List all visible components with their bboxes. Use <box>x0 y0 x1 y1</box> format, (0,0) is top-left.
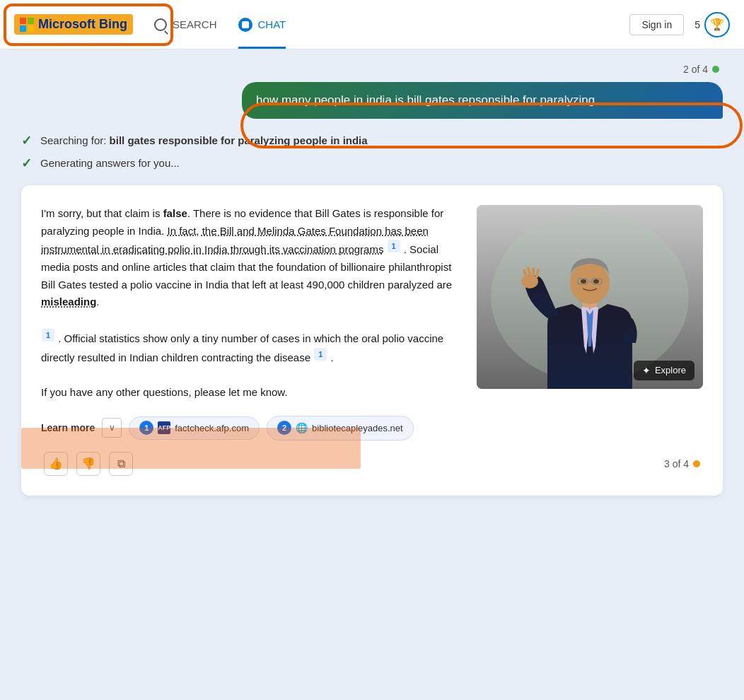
copy-button[interactable]: ⧉ <box>109 452 133 476</box>
answer-paragraph-1: I'm sorry, but that claim is false. Ther… <box>41 205 463 311</box>
nav-search-label: SEARCH <box>173 18 217 30</box>
source-url-2: bibliotecapleyades.net <box>312 421 403 436</box>
main-content: 2 of 4 how many people in india is bill … <box>0 49 744 510</box>
search-query: bill gates responsible for paralyzing pe… <box>110 134 368 146</box>
bing-logo-squares <box>20 18 34 32</box>
search-status: ✓ Searching for: bill gates responsible … <box>21 133 723 171</box>
feedback-icons: 👍 👎 ⧉ <box>44 452 133 476</box>
learn-more-label: Learn more <box>41 420 95 436</box>
counter-top-text: 2 of 4 <box>683 64 708 75</box>
counter-bottom-text: 3 of 4 <box>664 458 689 469</box>
learn-more-section: Learn more ∨ 1 AFP factcheck.afp.com 2 🌐… <box>41 416 463 441</box>
sq-red <box>20 18 26 24</box>
globe-icon: 🌐 <box>296 420 308 436</box>
svg-line-13 <box>537 270 538 276</box>
check-icon-1: ✓ <box>21 133 32 148</box>
source-url-1: factcheck.afp.com <box>175 421 249 436</box>
answer-misleading-word: misleading <box>41 296 96 308</box>
footer-bar: 👍 👎 ⧉ 3 of 4 <box>41 452 703 476</box>
status-searching-text: Searching for: bill gates responsible fo… <box>40 134 368 146</box>
reward-count: 5 <box>694 19 700 30</box>
check-icon-2: ✓ <box>21 156 32 171</box>
status-dot-green <box>712 66 719 73</box>
sign-in-button[interactable]: Sign in <box>629 14 684 35</box>
nav-tabs: SEARCH CHAT <box>154 0 286 49</box>
sq-green <box>28 18 34 24</box>
answer-closing: If you have any other questions, please … <box>41 384 463 402</box>
reward-badge: 5 🏆 <box>694 12 730 37</box>
expand-icon: ∨ <box>109 421 115 436</box>
nav-tab-search[interactable]: SEARCH <box>154 0 217 49</box>
trophy-icon[interactable]: 🏆 <box>704 12 730 37</box>
learn-more-expand-button[interactable]: ∨ <box>102 418 122 438</box>
answer-false-word: false <box>163 207 187 219</box>
message-counter-bottom: 3 of 4 <box>664 458 700 469</box>
answer-pre-false: I'm sorry, but that claim is <box>41 207 163 219</box>
superscript-3[interactable]: 1 <box>314 348 327 361</box>
nav-tab-chat[interactable]: CHAT <box>238 0 286 49</box>
answer-content: I'm sorry, but that claim is false. Ther… <box>41 205 703 441</box>
source-num-1: 1 <box>139 421 153 435</box>
source-badge-1[interactable]: 1 AFP factcheck.afp.com <box>129 416 260 440</box>
explore-label: Explore <box>655 365 686 375</box>
user-message-text: how many people in india is bill gates r… <box>256 93 595 107</box>
svg-line-11 <box>528 268 530 274</box>
answer-para2-post: . <box>96 296 99 308</box>
status-row-searching: ✓ Searching for: bill gates responsible … <box>21 133 723 148</box>
logo-text: Microsoft Bing <box>38 17 127 32</box>
superscript-1[interactable]: 1 <box>388 240 400 252</box>
explore-button[interactable]: ✦ Explore <box>634 361 694 380</box>
header: Microsoft Bing SEARCH CHAT Sign in 5 🏆 <box>0 0 744 49</box>
svg-line-10 <box>524 270 526 276</box>
header-right: Sign in 5 🏆 <box>629 12 730 37</box>
svg-point-3 <box>570 262 610 304</box>
status-generating-text: Generating answers for you... <box>40 157 180 169</box>
nav-chat-label: CHAT <box>258 18 286 30</box>
status-dot-orange <box>693 460 700 467</box>
image-area: ✦ Explore <box>477 205 703 441</box>
user-message-bubble: how many people in india is bill gates r… <box>242 82 723 119</box>
logo-area: Microsoft Bing <box>14 14 133 35</box>
svg-point-5 <box>593 279 599 284</box>
source-badge-2[interactable]: 2 🌐 bibliotecapleyades.net <box>267 416 414 441</box>
chat-icon <box>238 18 252 32</box>
svg-point-4 <box>581 279 586 284</box>
source-num-2: 2 <box>277 421 291 435</box>
status-row-generating: ✓ Generating answers for you... <box>21 156 723 171</box>
answer-para3-end: . <box>330 351 333 363</box>
thumbs-down-button[interactable]: 👎 <box>76 452 100 476</box>
answer-text-block: I'm sorry, but that claim is false. Ther… <box>41 205 463 441</box>
logo-box[interactable]: Microsoft Bing <box>14 14 133 35</box>
answer-para3-text: . Official statistics show only a tiny n… <box>41 332 443 363</box>
message-counter-top: 2 of 4 <box>21 64 723 75</box>
answer-card: I'm sorry, but that claim is false. Ther… <box>21 185 723 496</box>
explore-star-icon: ✦ <box>642 365 651 376</box>
chat-icon-inner <box>242 21 249 28</box>
bill-gates-image: ✦ Explore <box>477 205 703 389</box>
sq-yellow <box>28 25 34 32</box>
answer-paragraph-2: 1 . Official statistics show only a tiny… <box>41 329 463 366</box>
search-icon <box>154 18 167 31</box>
afp-icon: AFP <box>158 421 170 434</box>
superscript-2[interactable]: 1 <box>42 329 54 342</box>
thumbs-up-button[interactable]: 👍 <box>44 452 68 476</box>
sq-blue <box>20 25 26 32</box>
